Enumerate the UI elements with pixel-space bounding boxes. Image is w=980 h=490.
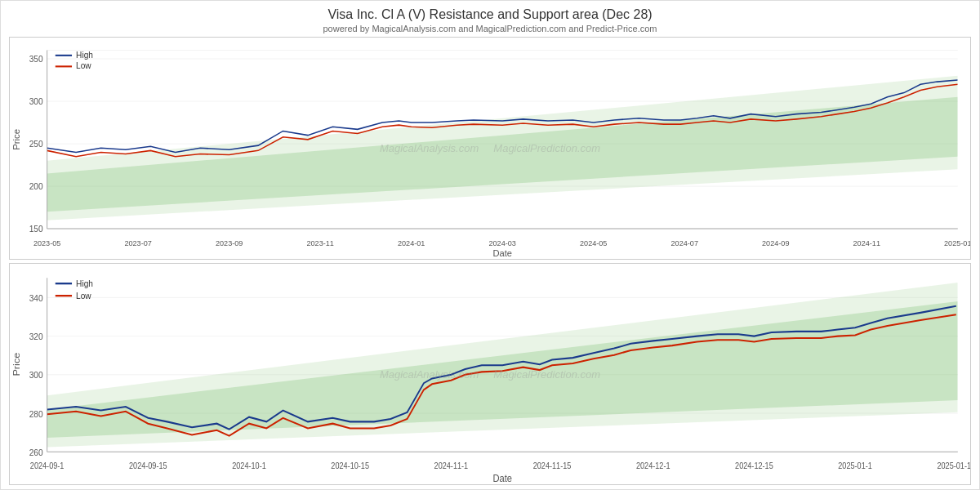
svg-text:200: 200 xyxy=(29,182,43,191)
svg-text:2023-05: 2023-05 xyxy=(33,239,60,247)
svg-text:2024-12-15: 2024-12-15 xyxy=(735,461,773,470)
svg-text:2024-03: 2024-03 xyxy=(488,239,515,247)
svg-text:2024-07: 2024-07 xyxy=(671,239,698,247)
svg-text:Low: Low xyxy=(76,289,91,300)
svg-text:300: 300 xyxy=(29,97,43,106)
svg-text:2023-11: 2023-11 xyxy=(306,239,333,247)
svg-text:2025-01: 2025-01 xyxy=(944,239,970,247)
svg-text:2025-01-1: 2025-01-1 xyxy=(838,461,872,470)
svg-text:2024-09-1: 2024-09-1 xyxy=(30,461,65,470)
charts-container: 350 300 250 200 150 Price 2023-05 2023-0… xyxy=(1,37,979,489)
page-wrapper: Visa Inc. Cl A (V) Resistance and Suppor… xyxy=(0,0,980,490)
svg-text:320: 320 xyxy=(29,331,43,341)
svg-text:Date: Date xyxy=(492,248,512,258)
svg-text:2024-10-1: 2024-10-1 xyxy=(232,461,266,470)
svg-text:300: 300 xyxy=(29,369,43,380)
svg-text:2023-07: 2023-07 xyxy=(124,239,151,247)
svg-rect-30 xyxy=(56,55,72,56)
chart-inner-2: 340 320 300 280 260 Price 2024-09-1 2024… xyxy=(10,264,970,485)
chart-panel-1: 350 300 250 200 150 Price 2023-05 2023-0… xyxy=(9,37,971,260)
chart-svg-2: 340 320 300 280 260 Price 2024-09-1 2024… xyxy=(10,264,970,485)
chart-inner-1: 350 300 250 200 150 Price 2023-05 2023-0… xyxy=(10,38,970,259)
svg-text:2024-10-15: 2024-10-15 xyxy=(331,461,369,470)
svg-text:260: 260 xyxy=(29,447,43,457)
chart-panel-2: 340 320 300 280 260 Price 2024-09-1 2024… xyxy=(9,263,971,486)
svg-text:Low: Low xyxy=(76,61,91,70)
svg-text:High: High xyxy=(76,278,93,288)
svg-text:Date: Date xyxy=(492,472,512,484)
svg-text:2024-01: 2024-01 xyxy=(398,239,425,247)
svg-text:150: 150 xyxy=(29,225,43,234)
svg-rect-62 xyxy=(56,283,72,284)
svg-text:280: 280 xyxy=(29,408,43,419)
svg-text:High: High xyxy=(76,51,93,60)
chart-svg-1: 350 300 250 200 150 Price 2023-05 2023-0… xyxy=(10,38,970,259)
svg-text:350: 350 xyxy=(29,55,43,64)
svg-text:2023-09: 2023-09 xyxy=(216,239,243,247)
svg-rect-32 xyxy=(56,65,72,67)
subtitle: powered by MagicalAnalysis.com and Magic… xyxy=(1,24,979,37)
svg-text:2024-09-15: 2024-09-15 xyxy=(129,461,167,470)
svg-rect-64 xyxy=(56,294,72,296)
svg-text:2024-05: 2024-05 xyxy=(580,239,607,247)
svg-text:Price: Price xyxy=(11,129,21,150)
svg-text:Price: Price xyxy=(11,352,22,376)
svg-text:2024-11: 2024-11 xyxy=(853,239,880,247)
svg-text:2024-11-15: 2024-11-15 xyxy=(533,461,572,470)
svg-text:250: 250 xyxy=(29,140,43,149)
svg-text:340: 340 xyxy=(29,292,43,303)
main-title: Visa Inc. Cl A (V) Resistance and Suppor… xyxy=(1,1,979,24)
svg-text:2024-09: 2024-09 xyxy=(762,239,789,247)
svg-text:2024-11-1: 2024-11-1 xyxy=(434,461,469,470)
svg-text:2025-01-15: 2025-01-15 xyxy=(937,461,970,470)
svg-text:2024-12-1: 2024-12-1 xyxy=(636,461,670,470)
